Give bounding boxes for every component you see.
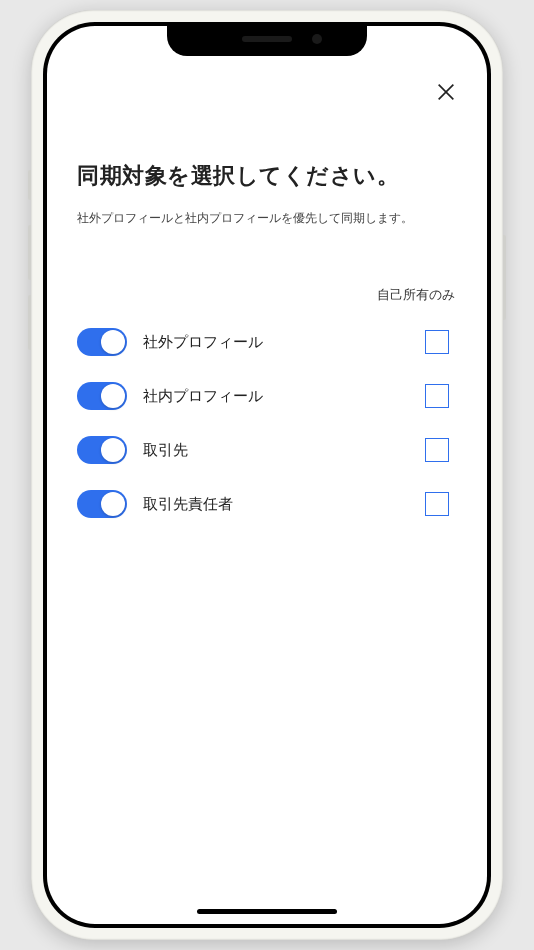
option-label: 社外プロフィール <box>143 333 425 352</box>
toggle-external-profile[interactable] <box>77 328 127 356</box>
own-only-column-header: 自己所有のみ <box>77 286 457 304</box>
phone-frame: 同期対象を選択してください。 社外プロフィールと社内プロフィールを優先して同期し… <box>31 10 503 940</box>
toggle-knob <box>101 492 125 516</box>
checkbox-own-only-contacts[interactable] <box>425 492 449 516</box>
sync-options-list: 社外プロフィール 社内プロフィール 取引先 <box>77 328 457 518</box>
toggle-accounts[interactable] <box>77 436 127 464</box>
option-row-contacts: 取引先責任者 <box>77 490 457 518</box>
volume-up-button <box>28 225 31 280</box>
toggle-knob <box>101 330 125 354</box>
toggle-knob <box>101 438 125 462</box>
page-subtitle: 社外プロフィールと社内プロフィールを優先して同期します。 <box>77 209 457 228</box>
checkbox-own-only-accounts[interactable] <box>425 438 449 462</box>
option-label: 取引先 <box>143 441 425 460</box>
option-row-internal-profile: 社内プロフィール <box>77 382 457 410</box>
notch <box>167 26 367 56</box>
checkbox-own-only-external-profile[interactable] <box>425 330 449 354</box>
phone-bezel: 同期対象を選択してください。 社外プロフィールと社内プロフィールを優先して同期し… <box>43 22 491 928</box>
power-button <box>503 235 506 320</box>
option-row-external-profile: 社外プロフィール <box>77 328 457 356</box>
option-label: 取引先責任者 <box>143 495 425 514</box>
option-row-accounts: 取引先 <box>77 436 457 464</box>
toggle-contacts[interactable] <box>77 490 127 518</box>
mute-switch <box>28 170 31 200</box>
option-label: 社内プロフィール <box>143 387 425 406</box>
checkbox-own-only-internal-profile[interactable] <box>425 384 449 408</box>
screen: 同期対象を選択してください。 社外プロフィールと社内プロフィールを優先して同期し… <box>47 26 487 924</box>
volume-down-button <box>28 295 31 350</box>
close-icon <box>435 81 457 103</box>
page-title: 同期対象を選択してください。 <box>77 161 457 191</box>
modal-content: 同期対象を選択してください。 社外プロフィールと社内プロフィールを優先して同期し… <box>47 26 487 924</box>
home-indicator[interactable] <box>197 909 337 914</box>
close-button[interactable] <box>435 81 457 103</box>
toggle-knob <box>101 384 125 408</box>
toggle-internal-profile[interactable] <box>77 382 127 410</box>
